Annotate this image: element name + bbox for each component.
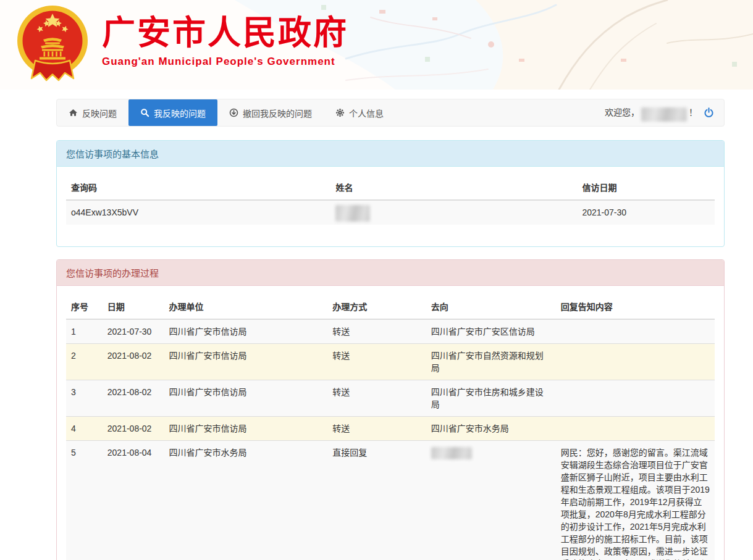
basic-info-panel-body: 查询码 姓名 信访日期 o44Exw13X5bVV 2021-07-30 bbox=[57, 167, 724, 246]
basic-info-table: 查询码 姓名 信访日期 o44Exw13X5bVV 2021-07-30 bbox=[66, 176, 715, 225]
process-row: 12021-07-30四川省广安市信访局转送四川省广安市广安区信访局 bbox=[66, 319, 715, 344]
col-name: 姓名 bbox=[330, 176, 577, 200]
cell-unit: 四川省广安市信访局 bbox=[164, 416, 328, 440]
cell-date: 2021-08-02 bbox=[103, 380, 164, 416]
brand-text: 广安市人民政府 Guang'an Municipal People's Gove… bbox=[102, 5, 348, 68]
process-table-body: 12021-07-30四川省广安市信访局转送四川省广安市广安区信访局22021-… bbox=[66, 319, 715, 560]
cell-date: 2021-08-04 bbox=[103, 440, 164, 560]
process-header-row: 序号 日期 办理单位 办理方式 去向 回复告知内容 bbox=[66, 295, 715, 319]
process-row: 22021-08-02四川省广安市信访局转送四川省广安市自然资源和规划局 bbox=[66, 343, 715, 380]
process-panel-title: 您信访事项的办理过程 bbox=[57, 260, 724, 286]
cell-unit: 四川省广安市水务局 bbox=[164, 440, 328, 560]
nav-item-my-issues[interactable]: 我反映的问题 bbox=[128, 99, 217, 126]
cell-date: 2021-07-30 bbox=[103, 319, 164, 344]
main-container: 反映问题 我反映的问题 撤回我反映的问题 bbox=[56, 99, 725, 560]
cell-unit: 四川省广安市信访局 bbox=[164, 343, 328, 380]
brand: 广安市人民政府 Guang'an Municipal People's Gove… bbox=[15, 5, 348, 83]
col-date: 日期 bbox=[103, 295, 164, 319]
process-row: 32021-08-02四川省广安市信访局转送四川省广安市住房和城乡建设局 bbox=[66, 380, 715, 416]
site-subtitle: Guang'an Municipal People's Government bbox=[102, 56, 348, 68]
page: 广安市人民政府 Guang'an Municipal People's Gove… bbox=[0, 0, 753, 560]
cell-destination bbox=[426, 440, 556, 560]
welcome-prefix: 欢迎您， bbox=[605, 107, 639, 117]
col-destination: 去向 bbox=[426, 295, 556, 319]
nav-item-label: 个人信息 bbox=[349, 107, 384, 119]
national-emblem-logo bbox=[15, 5, 90, 83]
welcome-text: 欢迎您，！ bbox=[605, 106, 697, 119]
cell-unit: 四川省广安市信访局 bbox=[164, 380, 328, 416]
process-row: 42021-08-02四川省广安市信访局转送四川省广安市水务局 bbox=[66, 416, 715, 440]
home-icon bbox=[69, 108, 78, 117]
power-icon[interactable] bbox=[704, 107, 714, 118]
query-code-value: o44Exw13X5bVV bbox=[66, 200, 330, 225]
redacted-name bbox=[431, 447, 472, 459]
cell-seq: 5 bbox=[66, 440, 103, 560]
cell-reply bbox=[556, 416, 715, 440]
cell-seq: 3 bbox=[66, 380, 103, 416]
name-value bbox=[330, 200, 577, 225]
cell-reply bbox=[556, 380, 715, 416]
petition-date-value: 2021-07-30 bbox=[577, 200, 715, 225]
nav-item-label: 反映问题 bbox=[82, 107, 117, 119]
redacted-username bbox=[641, 107, 687, 122]
welcome-area: 欢迎您，！ bbox=[605, 99, 724, 126]
withdraw-circle-icon bbox=[229, 108, 238, 117]
process-row: 52021-08-04四川省广安市水务局直接回复网民：您好，感谢您的留言。渠江流… bbox=[66, 440, 715, 560]
cell-method: 转送 bbox=[327, 380, 426, 416]
cell-seq: 4 bbox=[66, 416, 103, 440]
basic-info-panel-title: 您信访事项的基本信息 bbox=[57, 141, 724, 167]
redacted-name bbox=[335, 205, 370, 222]
cell-destination: 四川省广安市住房和城乡建设局 bbox=[426, 380, 556, 416]
cell-reply bbox=[556, 343, 715, 380]
cell-destination: 四川省广安市自然资源和规划局 bbox=[426, 343, 556, 380]
process-panel-body: 序号 日期 办理单位 办理方式 去向 回复告知内容 12021-07-30四川省… bbox=[57, 286, 724, 560]
welcome-suffix: ！ bbox=[689, 107, 697, 117]
cell-method: 直接回复 bbox=[327, 440, 426, 560]
basic-info-header-row: 查询码 姓名 信访日期 bbox=[66, 176, 715, 200]
basic-info-row: o44Exw13X5bVV 2021-07-30 bbox=[66, 200, 715, 225]
cell-seq: 1 bbox=[66, 319, 103, 344]
col-petition-date: 信访日期 bbox=[577, 176, 715, 200]
col-unit: 办理单位 bbox=[164, 295, 328, 319]
cell-method: 转送 bbox=[327, 319, 426, 344]
cell-destination: 四川省广安市水务局 bbox=[426, 416, 556, 440]
process-table: 序号 日期 办理单位 办理方式 去向 回复告知内容 12021-07-30四川省… bbox=[66, 295, 715, 560]
cell-date: 2021-08-02 bbox=[103, 416, 164, 440]
process-panel: 您信访事项的办理过程 序号 日期 办理单位 办理方式 去向 bbox=[56, 259, 725, 560]
search-icon bbox=[140, 108, 149, 117]
nav-item-label: 撤回我反映的问题 bbox=[243, 107, 312, 119]
col-query-code: 查询码 bbox=[66, 176, 330, 200]
cell-seq: 2 bbox=[66, 343, 103, 380]
col-seq: 序号 bbox=[66, 295, 103, 319]
col-reply: 回复告知内容 bbox=[556, 295, 715, 319]
basic-info-panel: 您信访事项的基本信息 查询码 姓名 信访日期 o44Exw13X5bVV bbox=[56, 140, 725, 247]
cell-reply: 网民：您好，感谢您的留言。渠江流域安辑湖段生态综合治理项目位于广安官盛新区狮子山… bbox=[556, 440, 715, 560]
nav-item-submit-issue[interactable]: 反映问题 bbox=[57, 99, 128, 126]
cell-method: 转送 bbox=[327, 416, 426, 440]
nav-item-profile[interactable]: 个人信息 bbox=[324, 99, 395, 126]
gear-icon bbox=[335, 108, 345, 117]
site-title: 广安市人民政府 bbox=[102, 15, 348, 52]
cell-method: 转送 bbox=[327, 343, 426, 380]
nav-item-label: 我反映的问题 bbox=[154, 107, 206, 119]
nav-item-withdraw[interactable]: 撤回我反映的问题 bbox=[217, 99, 324, 126]
col-method: 办理方式 bbox=[327, 295, 426, 319]
cell-reply bbox=[556, 319, 715, 344]
navbar: 反映问题 我反映的问题 撤回我反映的问题 bbox=[56, 99, 725, 127]
cell-date: 2021-08-02 bbox=[103, 343, 164, 380]
cell-destination: 四川省广安市广安区信访局 bbox=[426, 319, 556, 344]
site-header: 广安市人民政府 Guang'an Municipal People's Gove… bbox=[0, 0, 753, 90]
cell-unit: 四川省广安市信访局 bbox=[164, 319, 328, 344]
